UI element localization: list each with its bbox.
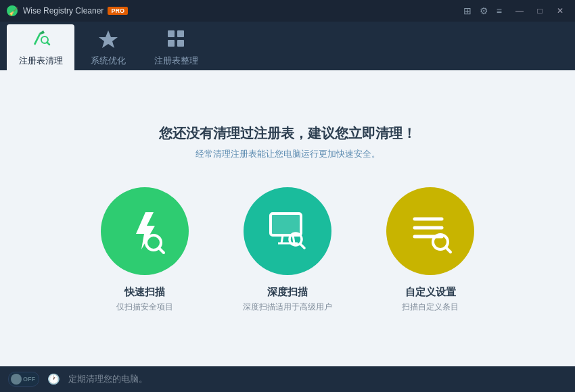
menu-icon[interactable]: ≡ (497, 5, 502, 16)
app-title: Wise Registry Cleaner (23, 6, 104, 16)
svg-line-15 (300, 244, 304, 248)
deep-scan-label: 深度扫描 (267, 286, 308, 299)
status-text: 定期清理您的电脑。 (68, 373, 147, 385)
schedule-toggle[interactable]: OFF (8, 372, 39, 387)
deep-scan-sublabel: 深度扫描适用于高级用户 (243, 301, 332, 313)
minimize-button[interactable]: — (510, 4, 529, 18)
toolbar-icons: ⊞ ⚙ ≡ (463, 5, 502, 16)
svg-rect-3 (168, 30, 175, 37)
settings-icon[interactable]: ⚙ (480, 5, 488, 16)
tab-system-optimize-icon (97, 28, 119, 52)
fast-scan-sublabel: 仅扫描安全项目 (116, 301, 173, 313)
custom-scan-sublabel: 扫描自定义条目 (402, 301, 459, 313)
maximize-button[interactable]: □ (530, 4, 549, 18)
svg-rect-10 (271, 214, 301, 235)
tab-bar: 注册表清理 系统优化 注册表整理 (0, 22, 575, 70)
tab-registry-defrag-label: 注册表整理 (154, 55, 198, 67)
tab-registry-clean[interactable]: 注册表清理 (7, 24, 74, 70)
svg-line-20 (446, 247, 451, 252)
tab-registry-clean-icon (30, 28, 51, 52)
subline: 经常清理注册表能让您电脑运行更加快速安全。 (196, 148, 380, 160)
clock-icon: 🕐 (47, 373, 60, 385)
custom-scan-label: 自定义设置 (405, 286, 456, 299)
svg-rect-5 (168, 40, 175, 47)
deep-scan-circle (244, 187, 331, 275)
pro-badge: PRO (108, 7, 128, 15)
tab-system-optimize-label: 系统优化 (91, 55, 126, 67)
tab-registry-defrag[interactable]: 注册表整理 (142, 24, 210, 70)
svg-line-11 (281, 235, 283, 243)
tab-registry-clean-label: 注册表清理 (19, 55, 63, 67)
headline: 您还没有清理过注册表，建议您立即清理！ (159, 124, 416, 143)
fast-scan-label: 快速扫描 (124, 286, 165, 299)
fast-scan-option[interactable]: 快速扫描 仅扫描安全项目 (101, 187, 189, 313)
tab-registry-defrag-icon (165, 28, 187, 52)
custom-scan-option[interactable]: 自定义设置 扫描自定义条目 (386, 187, 474, 313)
window-controls: — □ ✕ (510, 4, 570, 18)
deep-scan-option[interactable]: 深度扫描 深度扫描适用于高级用户 (243, 187, 332, 313)
toggle-knob (11, 374, 22, 385)
status-bar: OFF 🕐 定期清理您的电脑。 (0, 366, 575, 392)
close-button[interactable]: ✕ (551, 4, 570, 18)
svg-text:🧹: 🧹 (9, 7, 18, 16)
fast-scan-circle (101, 187, 189, 275)
layout-icon[interactable]: ⊞ (463, 5, 472, 16)
toggle-off-label: OFF (23, 376, 35, 383)
title-bar: 🧹 Wise Registry Cleaner PRO ⊞ ⚙ ≡ — □ ✕ (0, 0, 575, 22)
tab-system-optimize[interactable]: 系统优化 (74, 24, 142, 70)
custom-scan-circle (386, 187, 474, 275)
svg-rect-4 (177, 30, 184, 37)
svg-rect-6 (177, 40, 184, 47)
app-icon: 🧹 (5, 4, 19, 18)
svg-line-12 (293, 235, 294, 243)
main-content: 您还没有清理过注册表，建议您立即清理！ 经常清理注册表能让您电脑运行更加快速安全… (0, 70, 575, 366)
svg-line-8 (159, 248, 164, 253)
scan-options: 快速扫描 仅扫描安全项目 深度扫描 深度扫描适用于高级用户 (101, 187, 474, 313)
